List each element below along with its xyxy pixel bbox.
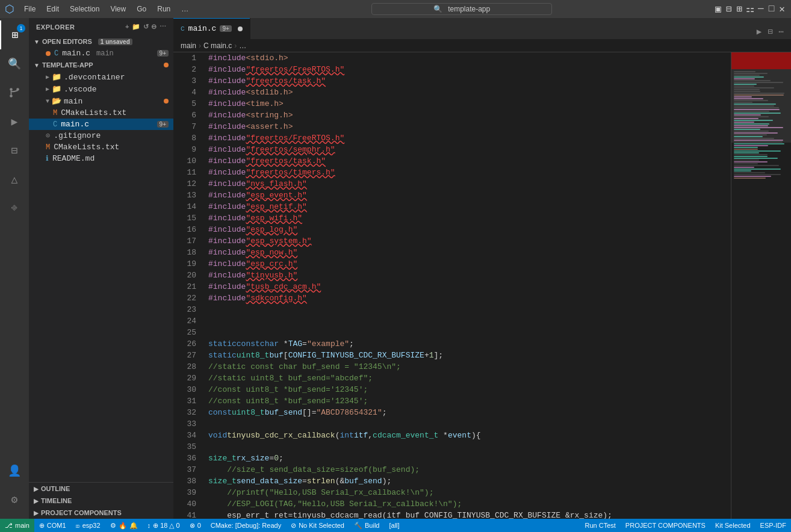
kit-selected-label: Kit Selected <box>715 522 751 529</box>
sidebar-header: EXPLORER + 📁 ↺ ⊖ ⋯ <box>29 18 173 36</box>
c-file-icon-main: C <box>53 120 57 129</box>
file-readme[interactable]: ℹ README.md <box>29 153 173 164</box>
breadcrumb-file[interactable]: C main.c <box>203 42 232 50</box>
chevron-down-icon: ▼ <box>34 39 40 45</box>
tab-filename: main.c <box>188 24 217 33</box>
project-components-section[interactable]: ▶ PROJECT COMPONENTS <box>29 507 173 519</box>
activity-cmake[interactable]: △ <box>0 165 29 194</box>
status-esp-idf[interactable]: ESP-IDF <box>755 519 791 532</box>
folder-main-name: main <box>64 97 82 106</box>
minimize-button[interactable]: ─ <box>757 0 765 18</box>
activity-accounts[interactable]: 👤 <box>0 456 29 485</box>
target-label: [all] <box>389 522 399 529</box>
status-chip[interactable]: ⎄ esp32 <box>71 519 105 532</box>
menu-run[interactable]: Run <box>152 4 175 14</box>
menu-go[interactable]: Go <box>132 4 151 14</box>
status-com[interactable]: ⊕ COM1 <box>34 519 71 532</box>
close-button[interactable]: ✕ <box>778 0 786 18</box>
activity-extensions[interactable]: ⊟ <box>0 136 29 165</box>
breadcrumb-symbol[interactable]: … <box>239 42 246 50</box>
breadcrumb-sep-1: › <box>199 42 201 50</box>
svg-point-0 <box>10 88 13 91</box>
bell-icon: 🔔 <box>129 522 138 530</box>
git-icon: ⊙ <box>46 131 50 140</box>
tab-modified-dot <box>238 26 243 31</box>
gitignore-name: .gitignore <box>54 131 101 140</box>
file-cmake-main[interactable]: M CMakeLists.txt <box>29 107 173 119</box>
build-icon: 🔨 <box>354 522 362 530</box>
activity-search[interactable]: 🔍 <box>0 49 29 78</box>
chevron-right-outline: ▶ <box>34 486 39 492</box>
status-kit[interactable]: ⊘ No Kit Selected <box>286 519 349 532</box>
sidebar-toggle-button[interactable]: ▣ <box>714 0 722 18</box>
editor-area: C main.c 9+ ▶ ⊟ ⋯ main › C main.c › … 12… <box>173 18 791 519</box>
folder-vscode[interactable]: ▶ 📁 .vscode <box>29 83 173 95</box>
tab-c-icon: C <box>181 25 185 32</box>
activity-source-control[interactable] <box>0 78 29 107</box>
kit-icon: ⊘ <box>291 522 296 530</box>
refresh-icon[interactable]: ↺ <box>143 23 149 31</box>
outline-section[interactable]: ▶ OUTLINE <box>29 483 173 495</box>
timeline-section[interactable]: ▶ TIMELINE <box>29 495 173 507</box>
error-icon: ⊗ <box>190 522 195 530</box>
layout-button[interactable]: ⊞ <box>735 0 743 18</box>
status-build[interactable]: 🔨 Build <box>349 519 384 532</box>
status-icons[interactable]: ⚙ 🔥 🔔 <box>105 519 143 532</box>
titlebar: ⬡ File Edit Selection View Go Run … 🔍 te… <box>0 0 791 18</box>
fire-icon: 🔥 <box>119 522 127 530</box>
tab-bar-actions: ▶ ⊟ ⋯ <box>754 24 791 39</box>
open-editor-main-c[interactable]: C main.c main 9+ <box>29 48 173 59</box>
folder-name: .vscode <box>64 85 97 94</box>
status-errors[interactable]: ⊗ 0 <box>185 519 206 532</box>
titlebar-right: ▣ ⊟ ⊞ ⚏ ─ □ ✕ <box>714 0 786 18</box>
maximize-button[interactable]: □ <box>768 0 776 18</box>
activity-esp-idf[interactable]: ⎆ <box>0 194 29 223</box>
activity-bar: ⊞ 1 🔍 ▶ ⊟ △ ⎆ 👤 <box>0 18 29 519</box>
project-section[interactable]: ▼ TEMPLATE-APP <box>29 59 173 71</box>
activity-run-debug[interactable]: ▶ <box>0 107 29 136</box>
folder-main[interactable]: ▼ 📂 main <box>29 95 173 107</box>
code-content[interactable]: #include <stdio.h>#include "freertos/Fre… <box>203 52 731 519</box>
file-gitignore[interactable]: ⊙ .gitignore <box>29 130 173 141</box>
menu-view[interactable]: View <box>105 4 131 14</box>
status-git-sync[interactable]: ↕ ⊕ 18 △ 0 <box>143 519 185 532</box>
status-right: Run CTest PROJECT COMPONENTS Kit Selecte… <box>580 519 792 532</box>
breadcrumb-main[interactable]: main <box>181 42 196 50</box>
accounts-icon: 👤 <box>8 464 21 477</box>
chevron-right-icon: ▶ <box>46 85 49 93</box>
menu-selection[interactable]: Selection <box>65 4 104 14</box>
folder-devcontainer[interactable]: ▶ 📁 .devcontainer <box>29 71 173 83</box>
activity-settings[interactable]: ⚙ <box>0 485 29 514</box>
tab-main-c[interactable]: C main.c 9+ <box>173 18 250 39</box>
panel-toggle-button[interactable]: ⊟ <box>725 0 733 18</box>
file-cmake-root[interactable]: M CMakeLists.txt <box>29 141 173 153</box>
readme-name: README.md <box>52 154 95 163</box>
status-project-components[interactable]: PROJECT COMPONENTS <box>621 519 710 532</box>
menu-file[interactable]: File <box>19 4 40 14</box>
more-actions-icon[interactable]: ⋯ <box>160 23 167 31</box>
file-main-c[interactable]: C main.c 9+ <box>29 119 173 130</box>
status-kit-selected[interactable]: Kit Selected <box>710 519 755 532</box>
run-code-button[interactable]: ▶ <box>754 24 764 39</box>
menu-more[interactable]: … <box>176 4 193 14</box>
customize-layout-button[interactable]: ⚏ <box>746 0 754 18</box>
run-ctest-label: Run CTest <box>585 522 616 529</box>
status-cmake[interactable]: CMake: [Debug]: Ready <box>206 519 286 532</box>
new-file-icon[interactable]: + <box>125 23 129 31</box>
minimap-viewport[interactable] <box>731 52 791 143</box>
error-count: 0 <box>197 522 201 529</box>
new-folder-icon[interactable]: 📁 <box>132 23 141 31</box>
open-editor-badge: 9+ <box>157 50 169 57</box>
open-editors-section[interactable]: ▼ OPEN EDITORS 1 unsaved <box>29 36 173 48</box>
status-branch[interactable]: ⎇ main <box>0 519 34 532</box>
title-search[interactable]: 🔍 template-app <box>371 3 552 15</box>
titlebar-left: ⬡ File Edit Selection View Go Run … <box>5 2 209 16</box>
status-target[interactable]: [all] <box>384 519 404 532</box>
menu-edit[interactable]: Edit <box>42 4 64 14</box>
activity-explorer[interactable]: ⊞ 1 <box>0 20 29 49</box>
status-run-ctest[interactable]: Run CTest <box>580 519 621 532</box>
chevron-right-timeline: ▶ <box>34 498 39 504</box>
split-editor-button[interactable]: ⊟ <box>765 24 775 39</box>
collapse-all-icon[interactable]: ⊖ <box>151 23 157 31</box>
more-button[interactable]: ⋯ <box>777 24 786 39</box>
